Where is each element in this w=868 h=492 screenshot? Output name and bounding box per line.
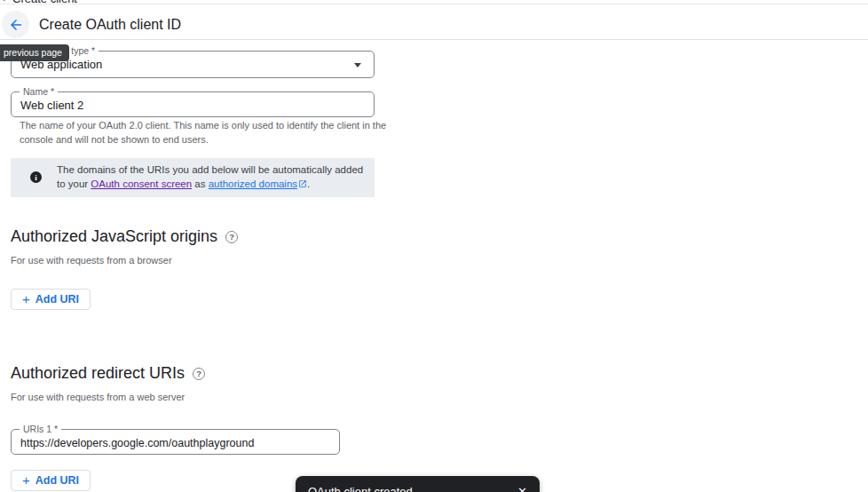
page-title: Create OAuth client ID: [39, 17, 181, 33]
add-uri-button-redirects[interactable]: + Add URI: [11, 470, 91, 491]
toast-snackbar: OAuth client created ✕: [296, 476, 540, 492]
redirect-uris-help-icon[interactable]: ?: [193, 368, 205, 380]
info-banner-line2-prefix: to your: [57, 179, 91, 189]
dropdown-arrow-icon: [354, 63, 361, 67]
top-divider: [0, 4, 868, 4]
header-divider: [0, 39, 868, 40]
info-banner-line2-suffix: .: [307, 179, 310, 189]
js-origins-help-icon[interactable]: ?: [225, 231, 238, 243]
back-arrow-icon: [8, 17, 24, 33]
name-label: Name *: [20, 86, 58, 97]
uri-1-value: https://developers.google.com/oauthplayg…: [20, 437, 254, 449]
add-uri-redirects-label: Add URI: [36, 474, 79, 487]
add-uri-origins-label: Add URI: [36, 293, 79, 306]
close-icon: ✕: [517, 485, 527, 492]
redirect-uris-subtitle: For use with requests from a web server: [11, 392, 185, 402]
info-banner-line2: to your OAuth consent screen as authoriz…: [57, 179, 310, 189]
redirect-uris-heading: Authorized redirect URIs: [11, 364, 185, 383]
info-banner-line2-middle: as: [192, 179, 209, 189]
authorized-domains-link[interactable]: authorized domains: [209, 179, 297, 189]
breadcrumb[interactable]: Create client: [12, 0, 77, 5]
info-banner: i The domains of the URIs you add below …: [11, 158, 375, 197]
oauth-consent-screen-link[interactable]: OAuth consent screen: [91, 179, 192, 189]
uri-1-label: URIs 1 *: [20, 424, 61, 434]
toast-close-button[interactable]: ✕: [517, 486, 527, 492]
plus-icon: +: [22, 292, 30, 306]
name-helper-line1: The name of your OAuth 2.0 client. This …: [20, 120, 386, 131]
external-link-icon: [298, 179, 307, 188]
js-origins-heading: Authorized JavaScript origins: [11, 227, 217, 246]
page: ← Create client Create OAuth client ID p…: [0, 0, 868, 492]
info-banner-line1: The domains of the URIs you add below wi…: [57, 164, 363, 175]
js-origins-subtitle: For use with requests from a browser: [11, 255, 172, 266]
uri-1-field[interactable]: URIs 1 * https://developers.google.com/o…: [11, 429, 340, 455]
name-value: Web client 2: [20, 99, 83, 112]
name-field[interactable]: Name * Web client 2: [11, 91, 375, 117]
plus-icon: +: [22, 473, 30, 487]
back-button[interactable]: [2, 11, 29, 38]
add-uri-button-origins[interactable]: + Add URI: [11, 289, 91, 310]
previous-page-tooltip: previous page: [0, 44, 69, 61]
toast-message: OAuth client created: [308, 485, 517, 492]
name-helper-line2: console and will not be shown to end use…: [20, 134, 209, 145]
info-icon: i: [30, 171, 42, 183]
